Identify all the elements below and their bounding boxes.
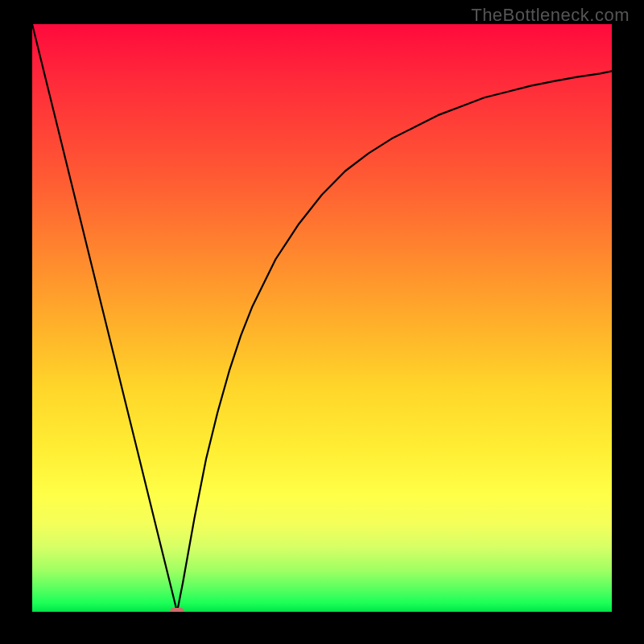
bottleneck-curve xyxy=(32,24,612,612)
plot-area xyxy=(32,24,612,612)
watermark-text: TheBottleneck.com xyxy=(471,5,630,26)
chart-frame: TheBottleneck.com xyxy=(0,0,644,644)
chart-curve-svg xyxy=(32,24,612,612)
minimum-marker xyxy=(170,608,184,612)
